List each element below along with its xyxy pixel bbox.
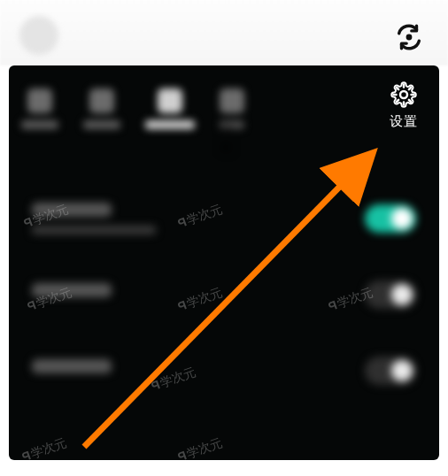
setting-row-1[interactable]: [9, 180, 439, 257]
bottom-strip: [0, 460, 448, 476]
camera-flip-icon: [394, 22, 424, 52]
screenshot-stage: 小框 设置 P学次元: [0, 0, 448, 476]
toggle-2[interactable]: [365, 280, 416, 309]
camera-options-panel: 小框 设置: [9, 65, 439, 460]
status-bar: [0, 0, 448, 65]
svg-point-0: [406, 35, 413, 41]
toggle-1[interactable]: [365, 204, 416, 233]
settings-label: 设置: [390, 113, 418, 130]
setting-row-2[interactable]: [9, 257, 439, 333]
setting-row-3[interactable]: [9, 333, 439, 409]
toggle-3[interactable]: [365, 357, 416, 385]
mode-tab-2[interactable]: [83, 88, 120, 129]
mode-tab-3[interactable]: [145, 88, 195, 129]
avatar: [19, 16, 58, 55]
gear-icon: [390, 81, 417, 108]
mode-tab-1[interactable]: [21, 88, 58, 129]
camera-flip-button[interactable]: [391, 19, 427, 55]
svg-point-1: [400, 91, 407, 98]
settings-rows: [9, 180, 439, 409]
mode-tabs: 小框: [9, 76, 439, 142]
settings-tab[interactable]: 设置: [390, 81, 418, 130]
mode-tab-4[interactable]: 小框: [220, 88, 244, 129]
